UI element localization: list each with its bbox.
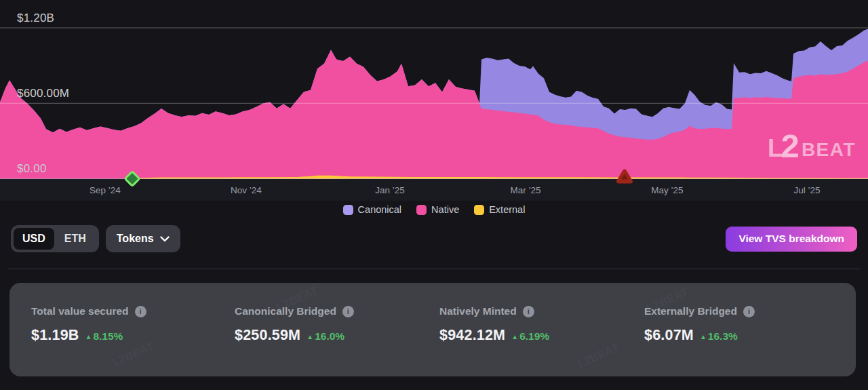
l2beat-logo-beat: BEAT (802, 140, 856, 159)
up-arrow-icon: ▲ (700, 333, 707, 340)
x-tick-label: Mar ’25 (495, 185, 556, 195)
x-tick-label: Nov ’24 (216, 185, 277, 195)
up-arrow-icon: ▲ (307, 333, 313, 340)
info-icon[interactable]: i (743, 306, 755, 317)
external-swatch-icon (474, 205, 484, 215)
tokens-dropdown[interactable]: Tokens (106, 225, 180, 252)
section-divider (8, 269, 860, 269)
x-tick-label: Jul ’25 (776, 185, 837, 195)
stat-card-total-value-secured: Total value secured i $1.19B ▲8.15% (31, 305, 235, 376)
up-arrow-icon: ▲ (85, 333, 92, 340)
tvs-stats-panel: L2BEAT L2BEAT L2BEAT L2BEAT Total value … (9, 283, 856, 376)
chevron-down-icon (160, 236, 170, 242)
y-tick-label: $600.00M (17, 87, 69, 100)
stat-card-canonically-bridged: Canonically Bridged i $250.59M ▲16.0% (235, 305, 439, 376)
x-tick-label: Jan ’25 (359, 185, 420, 195)
stat-card-externally-bridged: Externally Bridged i $6.07M ▲16.3% (644, 305, 856, 376)
up-arrow-icon: ▲ (511, 333, 518, 340)
stat-card-natively-minted: Natively Minted i $942.12M ▲6.19% (439, 305, 644, 376)
l2beat-logo: L ♥2 BEAT (768, 132, 856, 161)
info-icon[interactable]: i (342, 306, 354, 317)
tokens-dropdown-label: Tokens (117, 233, 154, 245)
tvs-dashboard: $1.20B $600.00M $0.00 Sep ’24 Nov ’24 Ja… (0, 0, 868, 390)
legend-item-canonical[interactable]: Canonical (343, 204, 402, 215)
usd-toggle-button[interactable]: USD (14, 228, 54, 250)
view-tvs-breakdown-button[interactable]: View TVS breakdown (726, 227, 857, 252)
stat-change: ▲16.3% (700, 330, 738, 343)
stat-value: $6.07M (644, 327, 694, 344)
canonical-swatch-icon (343, 205, 353, 215)
y-tick-label: $1.20B (17, 12, 54, 25)
x-tick-label: May ’25 (637, 185, 698, 195)
stat-value: $250.59M (235, 327, 300, 344)
chart-legend: Canonical Native External (0, 204, 868, 215)
currency-toggle: USD ETH (11, 225, 99, 252)
l2beat-logo-2: ♥2 (781, 132, 800, 161)
stat-value: $942.12M (439, 327, 505, 344)
chart-controls: USD ETH Tokens View TVS breakdown (11, 225, 857, 252)
stat-label: Canonically Bridged (235, 305, 336, 317)
info-icon[interactable]: i (523, 306, 534, 317)
stat-label: Externally Bridged (644, 305, 737, 317)
legend-item-native[interactable]: Native (416, 204, 459, 215)
legend-label: External (489, 204, 525, 215)
tvs-chart[interactable]: $1.20B $600.00M $0.00 Sep ’24 Nov ’24 Ja… (0, 0, 868, 201)
stat-change: ▲6.19% (511, 330, 549, 343)
stat-change: ▲16.0% (307, 330, 344, 343)
eth-toggle-button[interactable]: ETH (54, 228, 96, 250)
stat-change: ▲8.15% (85, 330, 123, 343)
info-icon[interactable]: i (135, 306, 146, 317)
legend-item-external[interactable]: External (474, 204, 525, 215)
y-tick-label: $0.00 (17, 162, 47, 176)
legend-label: Canonical (358, 204, 402, 215)
native-swatch-icon (416, 205, 427, 215)
stat-value: $1.19B (31, 327, 79, 344)
legend-label: Native (431, 204, 459, 215)
stat-label: Natively Minted (439, 305, 517, 317)
tvs-chart-canvas[interactable] (0, 0, 868, 201)
stat-label: Total value secured (31, 305, 129, 317)
x-tick-label: Sep ’24 (75, 185, 136, 195)
